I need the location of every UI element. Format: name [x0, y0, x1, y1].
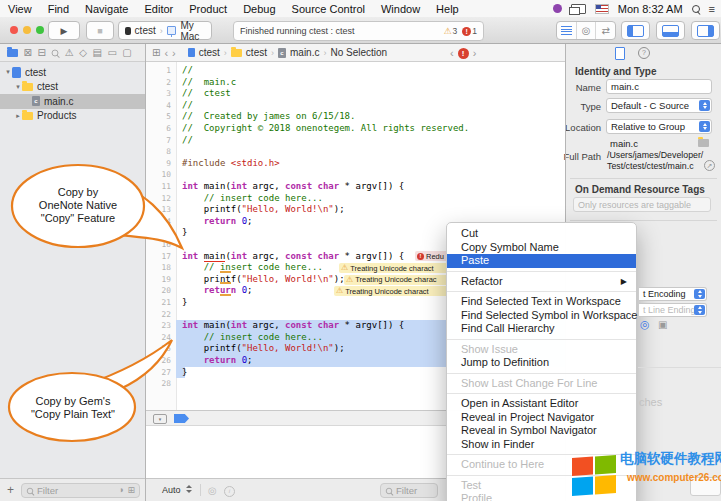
- menubar-item-editor[interactable]: Editor: [144, 3, 173, 15]
- code-line-12[interactable]: 12 // insert code here...: [146, 193, 565, 205]
- menu-item-reveal-in-symbol-navigator[interactable]: Reveal in Symbol Navigator: [447, 424, 636, 438]
- menu-item-find-selected-symbol-in-workspace[interactable]: Find Selected Symbol in Workspace: [447, 309, 636, 323]
- issue-badge[interactable]: !: [458, 48, 469, 59]
- error-icon[interactable]: !: [462, 27, 471, 36]
- window-close-button[interactable]: [10, 26, 18, 34]
- variables-scope-popup[interactable]: Auto: [162, 485, 181, 495]
- code-line-13[interactable]: 13 printf("Hello, World!\n");: [146, 204, 565, 216]
- version-editor-button[interactable]: ⇄: [596, 22, 615, 39]
- menubar-clock[interactable]: Mon 8:32 AM: [618, 3, 683, 15]
- menubar-item-find[interactable]: Find: [48, 3, 69, 15]
- project-navigator-icon[interactable]: [7, 49, 18, 57]
- file-inspector-icon[interactable]: [615, 47, 625, 60]
- previous-issue-button[interactable]: ‹: [450, 47, 454, 59]
- text-encoding-dropdown[interactable]: t Encoding: [639, 287, 707, 301]
- issue-chip-line-20[interactable]: ⚠Treating Unicode charact: [334, 286, 451, 296]
- console-filter-field[interactable]: Filter: [380, 483, 438, 498]
- disclosure-icon[interactable]: ▾: [14, 83, 22, 91]
- breadcrumb-group[interactable]: ctest: [246, 47, 267, 58]
- type-dropdown[interactable]: Default - C Source: [606, 98, 712, 113]
- code-line-4[interactable]: 4//: [146, 100, 565, 112]
- menu-item-find-call-hierarchy[interactable]: Find Call Hierarchy: [447, 322, 636, 336]
- next-issue-button[interactable]: ›: [473, 47, 477, 59]
- recents-clock-icon[interactable]: ◗: [119, 486, 124, 495]
- breadcrumb-selection[interactable]: No Selection: [330, 47, 387, 58]
- code-line-6[interactable]: 6// Copyright © 2018 onenotegem. All rig…: [146, 123, 565, 135]
- window-zoom-button[interactable]: [36, 26, 44, 34]
- nav-row-ctest[interactable]: ▾ctest: [0, 65, 145, 80]
- notification-center-icon[interactable]: ≡: [709, 3, 715, 15]
- menubar-item-view[interactable]: View: [8, 3, 32, 15]
- menubar-item-debug[interactable]: Debug: [243, 3, 275, 15]
- code-line-5[interactable]: 5// Created by james on 6/15/18.: [146, 111, 565, 123]
- menu-item-show-in-finder[interactable]: Show in Finder: [447, 438, 636, 452]
- assistant-editor-button[interactable]: ◎: [577, 22, 597, 39]
- location-dropdown[interactable]: Relative to Group: [606, 119, 712, 134]
- test-navigator-icon[interactable]: ◇: [79, 48, 87, 58]
- menubar-item-window[interactable]: Window: [381, 3, 420, 15]
- find-navigator-icon[interactable]: ⊟: [37, 48, 45, 58]
- nav-row-main-c[interactable]: cmain.c: [0, 94, 145, 109]
- run-button[interactable]: ▶: [48, 21, 80, 40]
- standard-editor-button[interactable]: [557, 22, 577, 39]
- related-items-icon[interactable]: ⊞: [152, 48, 160, 58]
- line-endings-dropdown[interactable]: t Line Endings: [639, 303, 707, 317]
- nav-row-ctest[interactable]: ▾ctest: [0, 80, 145, 95]
- menu-item-find-selected-text-in-workspace[interactable]: Find Selected Text in Workspace: [447, 295, 636, 309]
- reveal-folder-icon[interactable]: [698, 139, 709, 147]
- add-button[interactable]: +: [7, 483, 14, 497]
- status-app-icon[interactable]: [553, 4, 562, 13]
- disclosure-icon[interactable]: ▾: [4, 68, 12, 76]
- code-line-1[interactable]: 1//: [146, 65, 565, 77]
- info-icon[interactable]: i: [224, 486, 235, 497]
- open-path-arrow-icon[interactable]: ↗: [704, 160, 715, 171]
- breadcrumb-file[interactable]: main.c: [290, 47, 319, 58]
- menu-item-refactor[interactable]: Refactor▶: [447, 275, 636, 289]
- code-line-8[interactable]: 8: [146, 146, 565, 158]
- menu-item-copy-symbol-name[interactable]: Copy Symbol Name: [447, 241, 636, 255]
- wrap-setting-icon[interactable]: ▣: [658, 319, 667, 330]
- forward-button[interactable]: ›: [172, 47, 176, 59]
- code-line-10[interactable]: 10: [146, 169, 565, 181]
- issue-navigator-icon[interactable]: ⚠: [65, 48, 74, 58]
- scm-status-icon[interactable]: ⊞: [127, 486, 135, 495]
- menu-item-open-in-assistant-editor[interactable]: Open in Assistant Editor: [447, 397, 636, 411]
- toggle-inspector-button[interactable]: [691, 21, 720, 40]
- menubar-item-product[interactable]: Product: [189, 3, 227, 15]
- scheme-selector[interactable]: ctest › My Mac: [118, 21, 212, 40]
- breakpoint-navigator-icon[interactable]: ▭: [107, 48, 116, 58]
- menubar-item-help[interactable]: Help: [436, 3, 459, 15]
- toggle-navigator-button[interactable]: [621, 21, 650, 40]
- code-line-9[interactable]: 9#include <stdio.h>: [146, 158, 565, 170]
- menu-item-cut[interactable]: Cut: [447, 227, 636, 241]
- code-line-11[interactable]: 11int main(int argc, const char * argv[]…: [146, 181, 565, 193]
- quicklook-eye-icon[interactable]: ◎: [208, 485, 217, 496]
- menu-item-jump-to-definition[interactable]: Jump to Definition: [447, 356, 636, 370]
- debug-navigator-icon[interactable]: ▤: [92, 48, 101, 58]
- menubar-item-source-control[interactable]: Source Control: [292, 3, 365, 15]
- spotlight-search-icon[interactable]: [692, 5, 700, 13]
- navigator-filter-field[interactable]: Filter ◗ ⊞: [21, 483, 140, 498]
- issue-chip-line-19[interactable]: ⚠Treating Unicode charac: [344, 275, 451, 285]
- menu-item-reveal-in-project-navigator[interactable]: Reveal in Project Navigator: [447, 411, 636, 425]
- disclosure-icon[interactable]: ▸: [14, 112, 22, 120]
- window-minimize-button[interactable]: [23, 26, 31, 34]
- stop-button[interactable]: ■: [86, 21, 114, 40]
- code-line-3[interactable]: 3// ctest: [146, 88, 565, 100]
- report-navigator-icon[interactable]: ▢: [122, 48, 131, 58]
- toggle-debug-area-button[interactable]: [656, 21, 685, 40]
- odr-tags-field[interactable]: Only resources are taggable: [573, 197, 711, 212]
- search-navigator-icon[interactable]: [52, 49, 59, 56]
- error-count[interactable]: 1: [472, 26, 477, 36]
- code-line-2[interactable]: 2// main.c: [146, 77, 565, 89]
- warning-count[interactable]: 3: [453, 26, 458, 36]
- name-field[interactable]: main.c: [606, 79, 712, 94]
- indent-setting-icon[interactable]: ◎: [640, 318, 650, 331]
- breadcrumb-project[interactable]: ctest: [199, 47, 220, 58]
- quick-help-inspector-icon[interactable]: ?: [638, 47, 650, 59]
- warning-icon[interactable]: ⚠: [443, 27, 451, 36]
- input-language-flag-icon[interactable]: [595, 4, 609, 14]
- issue-chip-line-18[interactable]: ⚠Treating Unicode charact: [339, 263, 451, 273]
- nav-row-products[interactable]: ▸Products: [0, 109, 145, 124]
- code-line-7[interactable]: 7//: [146, 135, 565, 147]
